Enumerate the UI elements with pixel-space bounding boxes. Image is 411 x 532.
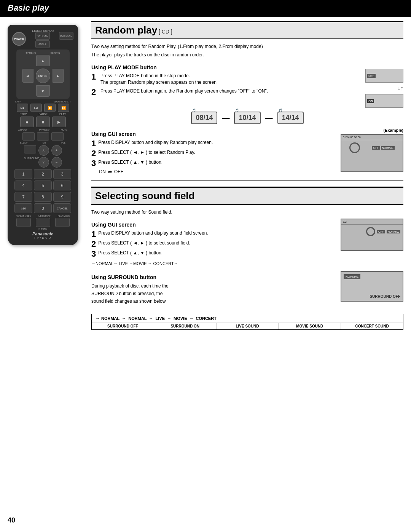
angle-button[interactable]: ANGLE	[35, 40, 50, 48]
rewind-button[interactable]: ⏪	[44, 104, 56, 112]
play-label: PLAY	[59, 113, 66, 115]
num-4-button[interactable]: 4	[14, 181, 32, 190]
bottom-flow-table: → NORMAL → NORMAL → LIVE → MOVIE → CONCE…	[91, 314, 403, 330]
gui-heading-random: Using GUI screen	[91, 131, 334, 137]
label-movie-sound: MOVIE SOUND	[279, 323, 341, 329]
off-badge: OFF	[367, 74, 376, 78]
step-s2-num: 2	[91, 240, 96, 248]
on-screen: ON	[365, 94, 403, 108]
gui-off-sound-badge: OFF	[377, 230, 385, 233]
surround-screen: NORMAL SURROUND OFF	[341, 271, 403, 302]
gui-track-display: 01/14 00:00:00	[343, 136, 361, 139]
vol-up-button[interactable]: +	[51, 145, 62, 156]
brand-logo: Panasonic	[11, 232, 75, 236]
stop-button[interactable]: ■	[20, 117, 34, 127]
repeat-mode-label: REPEAT MODE	[16, 215, 31, 217]
step-2-num: 2	[91, 88, 97, 96]
flow-arrow-normal: →	[96, 316, 100, 321]
repeat-mode-button[interactable]	[16, 218, 31, 227]
step-2-row: 2 Press PLAY MODE button again, the Rand…	[91, 88, 334, 96]
surround-section: Using SURROUND button During playback of…	[91, 271, 403, 308]
random-play-title: Random play	[95, 24, 157, 36]
on-badge: ON	[367, 99, 374, 103]
step-1-text: Press PLAY MODE button in the stop mode.	[100, 73, 190, 78]
label-concert-sound: CONCERT SOUND	[341, 323, 403, 329]
gui-screen-sound: 1/2 OFF NORMAL	[341, 219, 403, 251]
skip-prev-button[interactable]: ⏮	[17, 104, 28, 112]
step-s2-text: Press SELECT ( ◄, ► ) to select sound fi…	[98, 240, 334, 246]
surround-label: SURROUND	[24, 157, 36, 168]
sound-field-title: Selecting sound field	[95, 190, 194, 201]
num-10-button[interactable]: ≥10	[14, 203, 32, 213]
arrow-down-icon: ↓↑	[397, 85, 403, 92]
num-8-button[interactable]: 8	[34, 192, 52, 202]
mute-label: MUTE	[61, 129, 67, 131]
flow-arrow-icon: ⇌	[108, 169, 112, 174]
surround-heading: Using SURROUND button	[91, 274, 334, 280]
right-content: Random play [ CD ] Two way setting metho…	[91, 21, 403, 330]
num-3-button[interactable]: 3	[53, 169, 71, 179]
step-r3-num: 3	[91, 159, 96, 168]
track-dash-2: —	[265, 113, 273, 122]
flow-text: →NORMAL→ LIVE →MOVIE → CONCERT→	[91, 261, 178, 266]
play-mode-button[interactable]	[55, 218, 70, 227]
play-button[interactable]: ▶	[52, 117, 66, 127]
flow-label-normal2: NORMAL	[128, 316, 147, 321]
step-r2-text: Press SELECT ( ◄, ► ) to select Random P…	[98, 149, 334, 156]
num-5-button[interactable]: 5	[34, 181, 52, 190]
fast-forward-button[interactable]: ⏩	[58, 104, 69, 112]
aspect-button[interactable]	[22, 132, 35, 141]
skip-next-button[interactable]: ⏭	[30, 104, 42, 112]
label-surround-off: SURROUND OFF	[92, 323, 154, 329]
play-mode-label: PLAY MODE	[58, 215, 70, 217]
top-menu-button[interactable]: TOP MENU	[35, 32, 50, 40]
enter-label: ENTER	[38, 75, 48, 77]
ab-repeat-button[interactable]	[36, 218, 50, 227]
surround-desc3: sound field changes as shown below.	[91, 298, 334, 305]
flow-on: ON	[99, 169, 106, 174]
power-button[interactable]: POWER	[12, 32, 26, 46]
enter-button[interactable]: ENTER	[36, 69, 50, 83]
vol-down-button[interactable]: −	[51, 157, 62, 168]
remote-control: ▲EJECT DISPLAY POWER TOP MENU ANGLE DVD …	[8, 25, 78, 245]
step-1-row: 1 Press PLAY MODE button in the stop mod…	[91, 73, 334, 86]
ch-up-button[interactable]: ∧	[38, 145, 49, 156]
step-r1-num: 1	[91, 139, 96, 148]
tv-video-button[interactable]	[37, 132, 49, 141]
nav-left-button[interactable]: ◄	[22, 69, 33, 83]
flow-arrow-5: →	[189, 316, 193, 321]
nav-up-button[interactable]: ▲	[36, 55, 50, 66]
flow-off: OFF	[114, 169, 123, 174]
flow-arrow-3: →	[149, 316, 153, 321]
nav-down-button[interactable]: ▼	[36, 85, 50, 97]
surround-normal-badge: NORMAL	[344, 274, 360, 279]
play-mode-heading: Using PLAY MODE button	[91, 64, 334, 70]
pause-button[interactable]: ⏸	[36, 117, 50, 127]
ch-down-button[interactable]: ∨	[38, 157, 49, 168]
flow-label-concert: CONCERT	[196, 316, 216, 321]
num-7-button[interactable]: 7	[14, 192, 32, 202]
number-grid: 1 2 3 4 5 6 7 8 9 ≥10 0 CANCEL	[11, 169, 75, 213]
num-1-button[interactable]: 1	[14, 169, 32, 179]
cancel-button[interactable]: CANCEL	[53, 203, 71, 213]
num-2-button[interactable]: 2	[34, 169, 52, 179]
on-off-flow: ON ⇌ OFF	[99, 169, 334, 174]
dvd-menu-button[interactable]: DVD MENU	[59, 32, 73, 40]
slow-search-label: SLOW/SEARCH	[54, 101, 70, 103]
gui-heading-sound: Using GUI screen	[91, 222, 334, 228]
num-9-button[interactable]: 9	[53, 192, 71, 202]
sleep-button[interactable]	[24, 145, 36, 153]
num-0-button[interactable]: 0	[34, 203, 52, 213]
gui-normal-badge: NORMAL	[381, 146, 395, 150]
nav-right-button[interactable]: ►	[53, 69, 64, 83]
mute-button[interactable]	[51, 132, 64, 141]
return-label: RETURN	[51, 52, 60, 54]
num-6-button[interactable]: 6	[53, 181, 71, 190]
r-tune-label: R-TUNE	[11, 228, 75, 230]
surround-desc1: During playback of disc, each time the	[91, 283, 334, 289]
gui-circle-icon	[349, 142, 360, 153]
gui-screen-random: 01/14 00:00:00 OFF NORMAL	[341, 134, 403, 172]
track-3: 14/14	[277, 112, 304, 124]
gui-off-badge: OFF	[372, 146, 380, 150]
step-r1-text: Press DISPLAY button and display Random …	[98, 139, 334, 146]
